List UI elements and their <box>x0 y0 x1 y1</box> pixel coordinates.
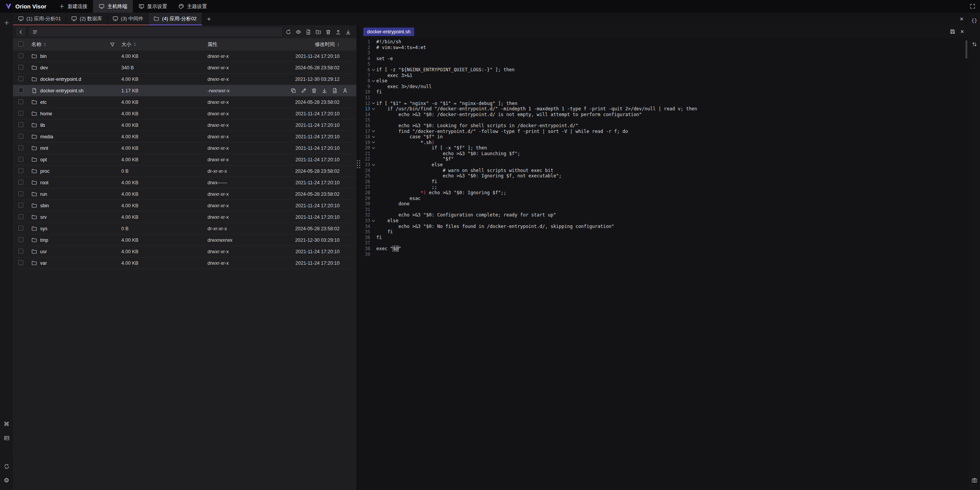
select-all-checkbox[interactable] <box>18 41 23 46</box>
delete-icon[interactable] <box>311 88 317 93</box>
app-logo[interactable]: Orion Visor <box>0 3 53 10</box>
camera-icon[interactable] <box>970 475 979 485</box>
row-checkbox[interactable] <box>18 88 23 93</box>
file-attr: drwxr-xr-x <box>204 123 291 128</box>
fold-chevron-down-icon[interactable] <box>370 141 376 144</box>
file-row-lib[interactable]: lib4.00 KBdrwxr-xr-x2021-11-24 17:20:10 <box>13 120 356 131</box>
row-checkbox[interactable] <box>18 203 23 208</box>
row-checkbox[interactable] <box>18 249 23 254</box>
edit-icon[interactable] <box>301 88 307 93</box>
fold-chevron-down-icon[interactable] <box>370 79 376 83</box>
path-input[interactable] <box>29 27 282 36</box>
menu-item-3[interactable]: 显示设置 <box>133 0 173 13</box>
row-checkbox[interactable] <box>18 191 23 196</box>
permission-icon[interactable] <box>342 88 348 93</box>
sync-icon[interactable] <box>2 462 11 471</box>
row-checkbox[interactable] <box>18 99 23 104</box>
back-button[interactable] <box>16 27 25 36</box>
file-row-bin[interactable]: bin4.00 KBdrwxr-xr-x2021-11-24 17:20:10 <box>13 51 356 62</box>
menu-item-2[interactable]: 主机终端 <box>93 0 133 13</box>
command-icon[interactable]: ⌘ <box>2 420 11 429</box>
fold-chevron-down-icon[interactable] <box>370 129 376 133</box>
session-tab-4[interactable]: (4) 应用-分析02 <box>149 13 202 25</box>
row-checkbox[interactable] <box>18 111 23 116</box>
gear-icon[interactable]: ⚙ <box>2 475 11 485</box>
panel-splitter[interactable] <box>356 25 360 490</box>
file-row-docker-entrypoint.sh[interactable]: docker-entrypoint.sh1.17 KB-rwxrwxr-x <box>13 85 356 97</box>
preview-icon[interactable] <box>296 29 301 35</box>
editor-scrollbar[interactable] <box>965 40 967 59</box>
fold-chevron-down-icon[interactable] <box>370 219 376 223</box>
row-checkbox[interactable] <box>18 145 23 150</box>
user-card-icon[interactable] <box>2 433 11 442</box>
session-tab-3[interactable]: (3) 中间件 <box>108 13 149 25</box>
folder-icon <box>31 191 37 197</box>
file-row-root[interactable]: root4.00 KBdrwx------2021-11-24 17:20:10 <box>13 177 356 188</box>
file-row-home[interactable]: home4.00 KBdrwxr-xr-x2021-11-24 17:20:10 <box>13 108 356 120</box>
file-row-var[interactable]: var4.00 KBdrwxr-xr-x2021-11-24 17:20:10 <box>13 257 356 269</box>
file-row-sys[interactable]: sys0 Bdr-xr-xr-x2024-05-28 23:58:02 <box>13 223 356 234</box>
row-checkbox[interactable] <box>18 180 23 185</box>
sort-size-icon[interactable]: ▲▼ <box>134 42 136 47</box>
new-folder-icon[interactable] <box>315 29 321 35</box>
fullscreen-icon[interactable] <box>968 2 977 11</box>
file-row-proc[interactable]: proc0 Bdr-xr-xr-x2024-05-28 23:58:02 <box>13 166 356 177</box>
download-icon[interactable] <box>322 88 327 93</box>
path-menu-icon[interactable] <box>32 29 38 35</box>
save-icon[interactable] <box>950 29 956 34</box>
plus-icon[interactable] <box>2 18 11 27</box>
move-icon[interactable] <box>332 88 338 93</box>
editor-file-tab[interactable]: docker-entrypoint.sh <box>363 28 414 36</box>
row-checkbox[interactable] <box>18 122 23 127</box>
file-row-sbin[interactable]: sbin4.00 KBdrwxr-xr-x2021-11-24 17:20:10 <box>13 200 356 211</box>
close-icon[interactable]: × <box>960 29 964 35</box>
row-checkbox[interactable] <box>18 157 23 162</box>
folder-icon <box>31 99 37 105</box>
file-row-docker-entrypoint.d[interactable]: docker-entrypoint.d4.00 KBdrwxr-xr-x2021… <box>13 74 356 85</box>
menu-item-1[interactable]: 新建连接 <box>53 0 93 13</box>
fold-chevron-down-icon[interactable] <box>370 163 376 167</box>
braces-icon[interactable]: {} <box>970 16 979 25</box>
row-checkbox[interactable] <box>18 214 23 219</box>
session-tab-1[interactable]: (1) 应用-分析01 <box>13 13 66 25</box>
download-icon[interactable] <box>345 29 351 35</box>
file-table-body: bin4.00 KBdrwxr-xr-x2021-11-24 17:20:10d… <box>13 51 356 490</box>
menu-item-4[interactable]: 主题设置 <box>173 0 212 13</box>
file-row-opt[interactable]: opt4.00 KBdrwxr-xr-x2021-11-24 17:20:10 <box>13 154 356 166</box>
row-checkbox[interactable] <box>18 76 23 81</box>
fold-chevron-down-icon[interactable] <box>370 146 376 150</box>
sort-name-icon[interactable]: ▲▼ <box>44 42 46 47</box>
row-checkbox[interactable] <box>18 226 23 231</box>
row-checkbox[interactable] <box>18 65 23 70</box>
session-tab-2[interactable]: (2) 数据库 <box>66 13 108 25</box>
fold-chevron-down-icon[interactable] <box>370 135 376 139</box>
upload-icon[interactable] <box>335 29 341 35</box>
add-tab-button[interactable]: + <box>202 13 216 25</box>
row-checkbox[interactable] <box>18 168 23 173</box>
refresh-icon[interactable] <box>286 29 291 35</box>
file-row-mnt[interactable]: mnt4.00 KBdrwxr-xr-x2021-11-24 17:20:10 <box>13 143 356 154</box>
row-checkbox[interactable] <box>18 237 23 242</box>
fold-chevron-down-icon[interactable] <box>370 102 376 105</box>
filter-icon[interactable] <box>109 42 115 48</box>
file-row-srv[interactable]: srv4.00 KBdrwxr-xr-x2021-11-24 17:20:10 <box>13 211 356 223</box>
sort-mtime-icon[interactable]: ▲▼ <box>337 42 340 47</box>
copy-icon[interactable] <box>291 88 296 93</box>
close-all-tabs-icon[interactable]: × <box>955 13 969 25</box>
file-row-usr[interactable]: usr4.00 KBdrwxr-xr-x2021-11-24 17:20:10 <box>13 246 356 257</box>
code-editor[interactable]: 1#!/bin/sh2# vim:sw=4:ts=4:et34set -e56i… <box>360 38 969 490</box>
file-row-run[interactable]: run4.00 KBdrwxr-xr-x2024-05-28 23:58:02 <box>13 188 356 200</box>
new-file-icon[interactable] <box>305 29 311 35</box>
file-row-dev[interactable]: dev340 Bdrwxr-xr-x2024-05-28 23:58:02 <box>13 62 356 74</box>
row-checkbox[interactable] <box>18 53 23 58</box>
delete-icon[interactable] <box>325 29 331 35</box>
fold-chevron-down-icon[interactable] <box>370 68 376 72</box>
file-row-etc[interactable]: etc4.00 KBdrwxr-xr-x2024-05-28 23:58:02 <box>13 97 356 108</box>
folder-icon <box>31 65 37 70</box>
fold-chevron-down-icon[interactable] <box>370 107 376 111</box>
file-row-tmp[interactable]: tmp4.00 KBdrwxrwxrwx2021-12-30 03:29:10 <box>13 234 356 246</box>
transfer-icon[interactable] <box>970 39 979 49</box>
row-checkbox[interactable] <box>18 260 23 265</box>
row-checkbox[interactable] <box>18 134 23 139</box>
file-row-media[interactable]: media4.00 KBdrwxr-xr-x2021-11-24 17:20:1… <box>13 131 356 143</box>
